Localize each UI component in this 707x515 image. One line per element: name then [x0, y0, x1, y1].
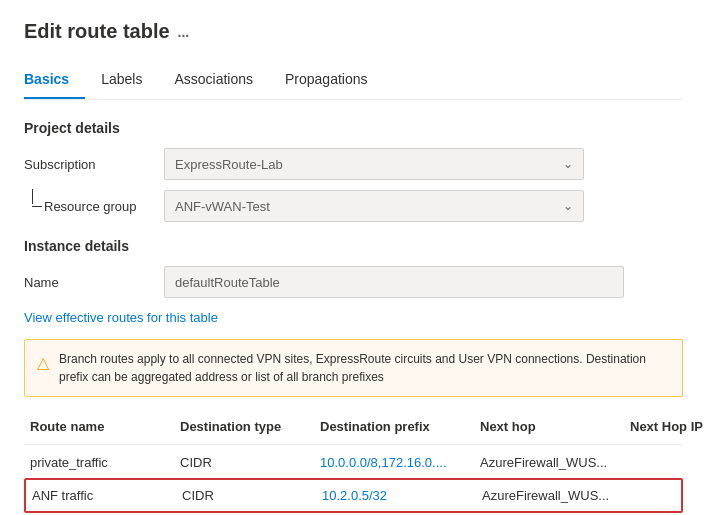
instance-details-heading: Instance details [24, 238, 683, 254]
row2-route-name: ANF traffic [26, 484, 176, 507]
row1-next-hop-ip [624, 451, 707, 474]
row2-destination-prefix[interactable]: 10.2.0.5/32 [316, 484, 476, 507]
row2-destination-type: CIDR [176, 484, 316, 507]
col-route-name: Route name [24, 415, 174, 438]
row1-destination-prefix[interactable]: 10.0.0.0/8,172.16.0.... [314, 451, 474, 474]
subscription-value: ExpressRoute-Lab [175, 157, 283, 172]
subscription-input[interactable]: ExpressRoute-Lab ⌄ [164, 148, 584, 180]
resource-group-row: Resource group ANF-vWAN-Test ⌄ [24, 190, 683, 222]
resource-group-label: Resource group [24, 199, 164, 214]
warning-icon: △ [37, 351, 49, 386]
resource-group-input[interactable]: ANF-vWAN-Test ⌄ [164, 190, 584, 222]
tab-basics[interactable]: Basics [24, 63, 85, 99]
resource-group-value: ANF-vWAN-Test [175, 199, 270, 214]
name-value: defaultRouteTable [175, 275, 280, 290]
row1-destination-type: CIDR [174, 451, 314, 474]
row1-next-hop: AzureFirewall_WUS... [474, 451, 624, 474]
col-next-hop-ip: Next Hop IP [624, 415, 707, 438]
tabs-container: Basics Labels Associations Propagations [24, 63, 683, 100]
row2-next-hop-ip [626, 484, 707, 507]
col-destination-prefix: Destination prefix [314, 415, 474, 438]
table-row[interactable]: private_traffic CIDR 10.0.0.0/8,172.16.0… [24, 447, 683, 478]
warning-text: Branch routes apply to all connected VPN… [59, 350, 670, 386]
page-title-container: Edit route table ... [24, 20, 683, 43]
project-details-heading: Project details [24, 120, 683, 136]
name-input: defaultRouteTable [164, 266, 624, 298]
name-label: Name [24, 275, 164, 290]
row2-next-hop: AzureFirewall_WUS... [476, 484, 626, 507]
tab-associations[interactable]: Associations [174, 63, 269, 99]
table-header-row: Route name Destination type Destination … [24, 415, 683, 445]
tab-propagations[interactable]: Propagations [285, 63, 384, 99]
row1-route-name: private_traffic [24, 451, 174, 474]
subscription-chevron-icon: ⌄ [563, 157, 573, 171]
col-destination-type: Destination type [174, 415, 314, 438]
tab-labels[interactable]: Labels [101, 63, 158, 99]
page-title: Edit route table [24, 20, 170, 43]
col-next-hop: Next hop [474, 415, 624, 438]
more-options-icon[interactable]: ... [178, 24, 190, 40]
table-row[interactable]: ANF traffic CIDR 10.2.0.5/32 AzureFirewa… [24, 478, 683, 513]
warning-box: △ Branch routes apply to all connected V… [24, 339, 683, 397]
effective-routes-link[interactable]: View effective routes for this table [24, 310, 218, 325]
subscription-row: Subscription ExpressRoute-Lab ⌄ [24, 148, 683, 180]
subscription-label: Subscription [24, 157, 164, 172]
name-row: Name defaultRouteTable [24, 266, 683, 298]
route-table: Route name Destination type Destination … [24, 415, 683, 515]
resource-group-chevron-icon: ⌄ [563, 199, 573, 213]
